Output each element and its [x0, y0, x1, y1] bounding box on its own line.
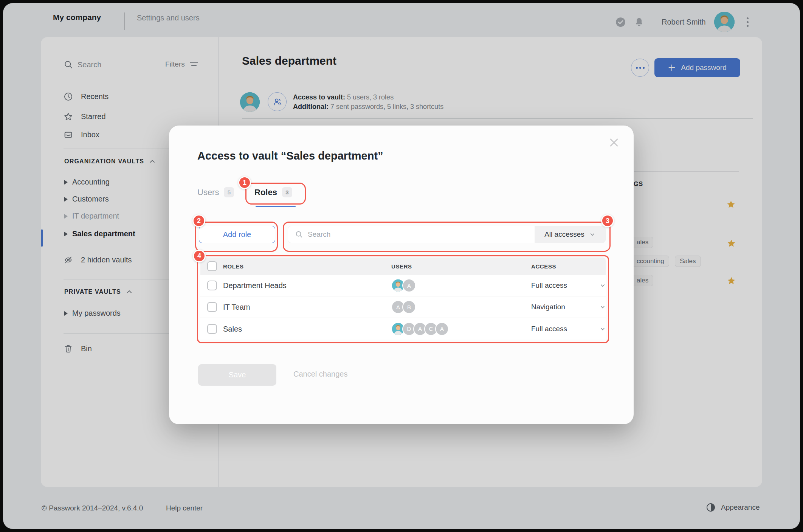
role-row: SalesDACAFull access: [200, 318, 606, 340]
column-header-users: USERS: [391, 263, 412, 270]
roles-table: ROLES USERS ACCESS Department HeadsAFull…: [200, 257, 606, 340]
modal-title: Access to vault “Sales department”: [197, 150, 383, 162]
role-row: IT TeamABNavigation: [200, 296, 606, 318]
screenshot-root: My company Settings and users Robert Smi…: [0, 0, 803, 532]
chevron-down-icon: [589, 231, 595, 237]
annotation-number-3: 3: [601, 214, 614, 227]
access-level-dropdown[interactable]: Navigation: [531, 303, 606, 311]
tabs-divider: [197, 209, 604, 209]
role-name: IT Team: [223, 303, 250, 312]
member-avatar: A: [435, 322, 449, 336]
access-filter-value: All accesses: [544, 230, 584, 239]
chevron-down-icon: [600, 304, 606, 310]
active-tab-indicator: [256, 206, 296, 207]
app-window: My company Settings and users Robert Smi…: [3, 3, 800, 529]
access-filter-dropdown[interactable]: All accesses: [535, 226, 605, 243]
role-members: DACA: [391, 322, 449, 336]
access-level-value: Full access: [531, 281, 567, 290]
annotation-number-4: 4: [193, 250, 206, 262]
cancel-changes-link[interactable]: Cancel changes: [293, 370, 347, 378]
search-icon: [295, 230, 303, 239]
roles-table-header: ROLES USERS ACCESS: [200, 257, 606, 275]
select-all-checkbox[interactable]: [207, 261, 217, 271]
roles-table-rows: Department HeadsAFull accessIT TeamABNav…: [200, 275, 606, 340]
close-icon[interactable]: [608, 136, 620, 149]
row-checkbox[interactable]: [207, 281, 217, 290]
tab-label: Users: [197, 188, 219, 197]
tab-label: Roles: [254, 188, 277, 197]
tab-count-badge: 5: [224, 187, 234, 197]
access-level-dropdown[interactable]: Full access: [531, 281, 606, 290]
access-level-dropdown[interactable]: Full access: [531, 325, 606, 333]
role-members: AB: [391, 300, 416, 314]
role-name: Department Heads: [223, 281, 287, 290]
row-checkbox[interactable]: [207, 324, 217, 334]
annotation-number-1: 1: [238, 176, 251, 189]
column-header-access: ACCESS: [531, 263, 556, 270]
annotation-number-2: 2: [192, 214, 205, 227]
role-row: Department HeadsAFull access: [200, 275, 606, 296]
chevron-down-icon: [600, 282, 606, 288]
row-checkbox[interactable]: [207, 302, 217, 312]
tab-count-badge: 3: [282, 187, 292, 197]
role-name: Sales: [223, 324, 242, 333]
access-level-value: Navigation: [531, 303, 565, 311]
access-to-vault-modal: Access to vault “Sales department” Users…: [169, 126, 634, 424]
chevron-down-icon: [600, 326, 606, 332]
column-header-roles: ROLES: [223, 263, 244, 270]
member-avatar: B: [402, 300, 416, 314]
role-members: A: [391, 279, 416, 292]
member-avatar: A: [402, 279, 416, 292]
roles-search-input[interactable]: [308, 226, 535, 243]
save-button[interactable]: Save: [198, 364, 276, 386]
tab-roles[interactable]: Roles 3: [254, 187, 292, 197]
roles-search-bar: All accesses: [288, 226, 606, 243]
tab-users[interactable]: Users 5: [197, 187, 234, 197]
add-role-button[interactable]: Add role: [199, 226, 275, 243]
access-level-value: Full access: [531, 325, 567, 333]
